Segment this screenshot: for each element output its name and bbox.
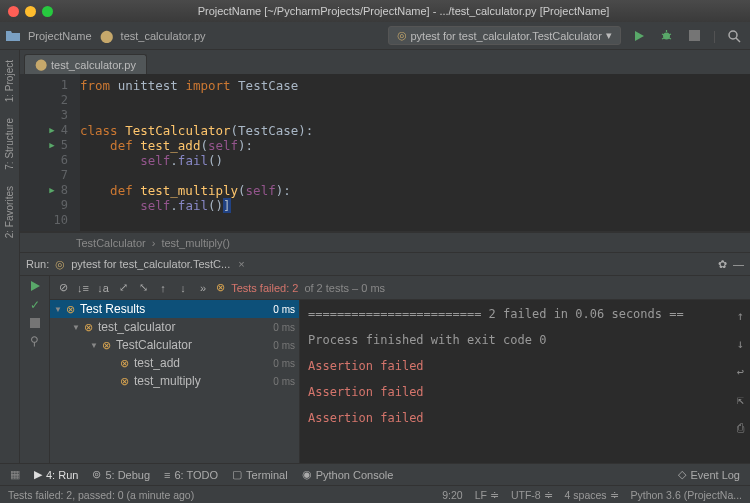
hide-panel-icon[interactable]: — [733,258,744,270]
close-window-icon[interactable] [8,6,19,17]
close-run-tab[interactable]: × [238,258,244,270]
window-controls [8,6,53,17]
maximize-window-icon[interactable] [42,6,53,17]
test-console[interactable]: ======================== 2 failed in 0.0… [300,300,750,463]
rerun-button[interactable] [29,280,41,292]
minimize-window-icon[interactable] [25,6,36,17]
navigation-bar: ProjectName ⬤ test_calculator.py ◎ pytes… [0,22,750,50]
run-gutter-icon[interactable]: ▶ [49,123,54,138]
search-everywhere-button[interactable] [724,26,744,46]
prev-failed-icon[interactable]: ↑ [156,282,170,294]
run-panel-tab[interactable]: pytest for test_calculator.TestC... [71,258,230,270]
code-body[interactable]: from unittest import TestCase class Test… [80,74,313,231]
project-tool-tab[interactable]: 1: Project [4,54,15,108]
breadcrumb-file[interactable]: test_calculator.py [121,30,206,42]
pin-icon[interactable]: ⚲ [30,334,39,348]
breadcrumb-project[interactable]: ProjectName [28,30,92,42]
chevron-down-icon: ▾ [606,29,612,42]
test-filter-bar: ⊘ ↓≡ ↓а ⤢ ⤡ ↑ ↓ » ⊗ Tests failed: 2 of 2… [50,276,750,300]
editor-tabs: ⬤ test_calculator.py [20,50,750,74]
python-file-icon: ⬤ [100,29,113,43]
event-log-tool-tab[interactable]: ◇ Event Log [678,468,740,481]
run-button[interactable] [629,26,649,46]
block-icon[interactable]: ⊘ [56,281,70,294]
sort-icon[interactable]: ↓≡ [76,282,90,294]
pytest-icon: ◎ [55,258,65,271]
test-tree-module[interactable]: ▼⊗ test_calculator 0 ms [50,318,299,336]
tests-failed-suffix: of 2 tests – 0 ms [304,282,385,294]
warning-icon: ⊗ [216,281,225,294]
sort-alpha-icon[interactable]: ↓а [96,282,110,294]
run-config-dropdown[interactable]: ◎ pytest for test_calculator.TestCalcula… [388,26,621,45]
next-failed-icon[interactable]: ↓ [176,282,190,294]
run-tool-tab[interactable]: ▶ 4: Run [34,468,78,481]
expand-all-icon[interactable]: ⤢ [116,281,130,294]
collapse-all-icon[interactable]: ⤡ [136,281,150,294]
breadcrumb-method[interactable]: test_multiply() [161,237,229,249]
scroll-bottom-icon[interactable]: ↓ [737,334,744,354]
window-title: ProjectName [~/PycharmProjects/ProjectNa… [65,5,742,17]
test-tree-test[interactable]: ⊗ test_multiply 0 ms [50,372,299,390]
terminal-tool-tab[interactable]: ▢ Terminal [232,468,288,481]
line-ending[interactable]: LF ≑ [475,489,499,501]
run-panel-label: Run: [26,258,49,270]
test-tree[interactable]: ▼⊗ Test Results 0 ms ▼⊗ test_calculator … [50,300,300,463]
status-bar: Tests failed: 2, passed: 0 (a minute ago… [0,485,750,503]
caret-position[interactable]: 9:20 [442,489,462,501]
test-tree-class[interactable]: ▼⊗ TestCalculator 0 ms [50,336,299,354]
svg-rect-1 [689,30,700,41]
console-line: Process finished with exit code 0 [308,330,742,350]
python-console-tool-tab[interactable]: ◉ Python Console [302,468,394,481]
folder-icon [6,30,20,42]
run-side-toolbar: ✓ ⚲ [20,276,50,463]
breadcrumb-class[interactable]: TestCalculator [76,237,146,249]
console-error: Assertion failed [308,382,742,402]
console-toolbar: ↑ ↓ ↩ ⇱ ⎙ [737,306,744,438]
console-error: Assertion failed [308,408,742,428]
indent[interactable]: 4 spaces ≑ [565,489,619,501]
run-gutter-icon[interactable]: ▶ [49,183,54,198]
structure-tool-tab[interactable]: 7: Structure [4,112,15,176]
debug-tool-tab[interactable]: ⊚ 5: Debug [92,468,150,481]
test-tree-root[interactable]: ▼⊗ Test Results 0 ms [50,300,299,318]
interpreter[interactable]: Python 3.6 (ProjectNa... [631,489,742,501]
run-config-label: pytest for test_calculator.TestCalculato… [411,30,602,42]
run-gutter-icon[interactable]: ▶ [49,138,54,153]
toggle-auto-test[interactable]: ✓ [30,298,40,312]
bottom-tool-strip: ▦ ▶ 4: Run ⊚ 5: Debug ≡ 6: TODO ▢ Termin… [0,463,750,485]
title-bar: ProjectName [~/PycharmProjects/ProjectNa… [0,0,750,22]
code-breadcrumb: TestCalculator › test_multiply() [20,232,750,252]
console-line: ======================== 2 failed in 0.0… [308,304,742,324]
soft-wrap-icon[interactable]: ↩ [737,362,744,382]
stop-button[interactable] [685,26,705,46]
left-tool-window-bar: 1: Project 7: Structure 2: Favorites [0,50,20,463]
todo-tool-tab[interactable]: ≡ 6: TODO [164,469,218,481]
gutter: 1 2 3 ▶4 ▶5 6 7 ▶8 9 10 [20,74,80,231]
tests-failed-prefix: Tests failed: 2 [231,282,298,294]
svg-point-2 [729,31,737,39]
export-icon[interactable]: ⇱ [737,390,744,410]
console-error: Assertion failed [308,356,742,376]
editor-tab-label: test_calculator.py [51,59,136,71]
svg-rect-3 [30,318,40,328]
print-icon[interactable]: ⎙ [737,418,744,438]
scroll-top-icon[interactable]: ↑ [737,306,744,326]
run-settings-icon[interactable]: ✿ [718,258,727,271]
editor-tab-active[interactable]: ⬤ test_calculator.py [24,54,147,74]
status-message: Tests failed: 2, passed: 0 (a minute ago… [8,489,194,501]
python-file-icon: ⬤ [35,58,47,71]
favorites-tool-tab[interactable]: 2: Favorites [4,180,15,244]
stop-tests-button[interactable] [30,318,40,328]
tool-windows-icon[interactable]: ▦ [10,468,20,481]
test-tree-test[interactable]: ⊗ test_add 0 ms [50,354,299,372]
debug-button[interactable] [657,26,677,46]
pytest-icon: ◎ [397,29,407,42]
code-editor[interactable]: 1 2 3 ▶4 ▶5 6 7 ▶8 9 10 from unittest im… [20,74,750,232]
run-panel: Run: ◎ pytest for test_calculator.TestC.… [20,252,750,463]
encoding[interactable]: UTF-8 ≑ [511,489,553,501]
